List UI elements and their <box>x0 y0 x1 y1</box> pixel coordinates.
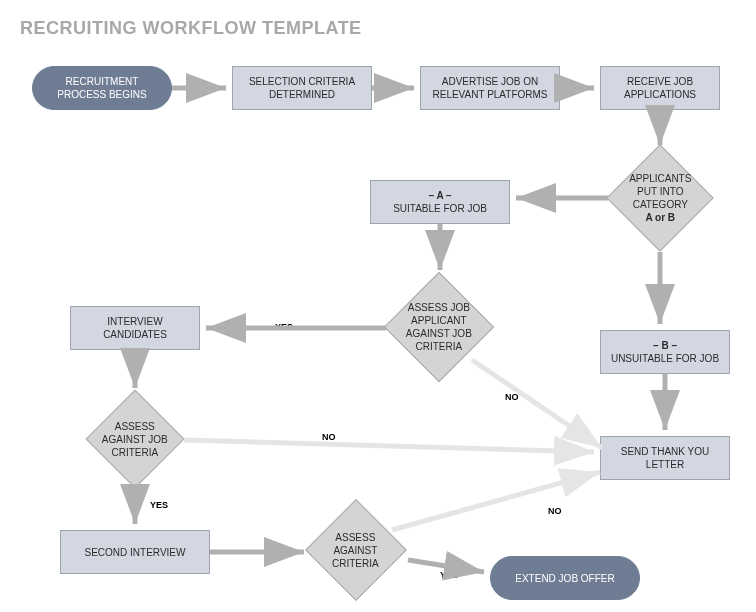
node-cat-a-header: – A – <box>428 189 451 202</box>
node-receive-l2: APPLICATIONS <box>624 88 696 101</box>
node-assess2-l1: ASSESS <box>96 420 174 433</box>
node-categorize-l2: PUT INTO <box>617 185 704 198</box>
node-advertise-l2: RELEVANT PLATFORMS <box>432 88 547 101</box>
label-assess3-no: NO <box>548 506 562 516</box>
node-cat-a: – A – SUITABLE FOR JOB <box>370 180 510 224</box>
node-cat-b-header: – B – <box>653 339 677 352</box>
node-categorize-l1: APPLICANTS <box>617 172 704 185</box>
node-assess2-l3: CRITERIA <box>96 446 174 459</box>
node-assess2-l2: AGAINST JOB <box>96 433 174 446</box>
node-assess3: ASSESS AGAINST CRITERIA <box>305 499 407 601</box>
label-assess1-no: NO <box>505 392 519 402</box>
node-cat-b: – B – UNSUITABLE FOR JOB <box>600 330 730 374</box>
node-categorize: APPLICANTS PUT INTO CATEGORY A or B <box>606 144 713 251</box>
node-criteria-l1: SELECTION CRITERIA <box>249 75 355 88</box>
label-assess1-yes: YES <box>275 322 293 332</box>
node-assess3-l2: AGAINST <box>315 544 396 557</box>
node-second-interview: SECOND INTERVIEW <box>60 530 210 574</box>
node-advertise: ADVERTISE JOB ON RELEVANT PLATFORMS <box>420 66 560 110</box>
page-title: RECRUITING WORKFLOW TEMPLATE <box>20 18 362 39</box>
label-assess2-no: NO <box>322 432 336 442</box>
node-categorize-l4: A or B <box>617 211 704 224</box>
node-criteria-l2: DETERMINED <box>269 88 335 101</box>
node-start-l1: RECRUITMENT <box>66 75 139 88</box>
node-thanks-l2: LETTER <box>646 458 684 471</box>
node-interview: INTERVIEW CANDIDATES <box>70 306 200 350</box>
node-cat-b-l1: UNSUITABLE FOR JOB <box>611 352 719 365</box>
node-start: RECRUITMENT PROCESS BEGINS <box>32 66 172 110</box>
node-cat-a-l1: SUITABLE FOR JOB <box>393 202 487 215</box>
node-receive-l1: RECEIVE JOB <box>627 75 693 88</box>
node-interview-l2: CANDIDATES <box>103 328 167 341</box>
svg-line-12 <box>184 440 594 452</box>
node-offer: EXTEND JOB OFFER <box>490 556 640 600</box>
node-assess2: ASSESS AGAINST JOB CRITERIA <box>86 390 185 489</box>
node-assess1: ASSESS JOB APPLICANT AGAINST JOB CRITERI… <box>384 272 494 382</box>
node-thanks: SEND THANK YOU LETTER <box>600 436 730 480</box>
label-assess2-yes: YES <box>150 500 168 510</box>
node-interview-l1: INTERVIEW <box>107 315 162 328</box>
node-assess3-l1: ASSESS <box>315 531 396 544</box>
node-thanks-l1: SEND THANK YOU <box>621 445 710 458</box>
node-second-l1: SECOND INTERVIEW <box>85 546 186 559</box>
node-categorize-l3: CATEGORY <box>617 198 704 211</box>
node-offer-l1: EXTEND JOB OFFER <box>515 572 614 585</box>
node-receive: RECEIVE JOB APPLICATIONS <box>600 66 720 110</box>
node-assess1-l4: CRITERIA <box>394 340 484 353</box>
node-assess3-l3: CRITERIA <box>315 557 396 570</box>
node-start-l2: PROCESS BEGINS <box>57 88 146 101</box>
node-assess1-l1: ASSESS JOB <box>394 301 484 314</box>
node-criteria: SELECTION CRITERIA DETERMINED <box>232 66 372 110</box>
node-assess1-l2: APPLICANT <box>394 314 484 327</box>
svg-line-8 <box>472 360 602 448</box>
label-assess3-yes: YES <box>440 570 458 580</box>
node-advertise-l1: ADVERTISE JOB ON <box>442 75 539 88</box>
node-assess1-l3: AGAINST JOB <box>394 327 484 340</box>
svg-line-15 <box>392 472 600 530</box>
